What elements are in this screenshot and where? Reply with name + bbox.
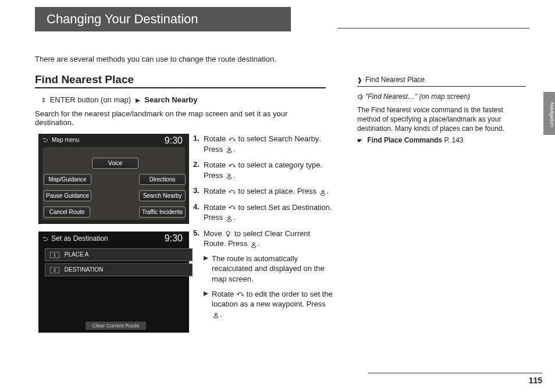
screenshot-set-destination: ⮌ Set as Destination 9:30 1 PLACE A 2 DE…	[38, 231, 189, 333]
step-number: 4.	[193, 202, 204, 223]
intro-text: There are several methods you can use to…	[35, 55, 276, 63]
screenshot-map-menu: ⮌ Map menu 9:30 Voice Map/Guidance Direc…	[38, 134, 189, 224]
sidebar-body: The Find Nearest voice command is the fa…	[357, 105, 526, 134]
step-text: Rotate to select a place. Press .	[204, 186, 329, 197]
screen2-title: Set as Destination	[51, 234, 108, 243]
step-2: 2. Rotate to select a category type. Pre…	[193, 160, 333, 180]
move-icon	[224, 230, 232, 237]
press-icon	[319, 188, 327, 195]
step-number: 3.	[193, 186, 204, 197]
step-number: 5.	[193, 229, 204, 324]
sub-item-2: Rotate to edit the order to set the loca…	[204, 289, 333, 320]
sidebar-link-line: ☛ Find Place Commands P. 143	[357, 136, 526, 144]
screen1-map-area: Voice Map/Guidance Directions Pause Guid…	[42, 147, 185, 220]
step-3: 3. Rotate to select a place. Press .	[193, 186, 333, 197]
row2-label: DESTINATION	[65, 266, 103, 273]
header-rule	[337, 28, 529, 28]
page-header: Changing Your Destination	[35, 7, 291, 31]
page-number: 115	[529, 376, 542, 385]
link-icon: ☛	[357, 137, 364, 144]
screen2-title-bar: ⮌ Set as Destination	[42, 234, 108, 243]
cancel-route-button: Cancel Route	[44, 206, 90, 218]
step-text: Move to select Clear Current Route. Pres…	[204, 229, 333, 324]
entry-sequence: ENTER button (on map) Search Nearby	[40, 95, 197, 104]
sidebar-notes: ❱Find Nearest Place "Find Nearest…" (on …	[357, 76, 526, 144]
svg-point-0	[43, 98, 45, 99]
screen1-title: Map menu	[52, 137, 79, 143]
sidebar-link: Find Place Commands	[367, 136, 442, 144]
enter-icon	[40, 97, 48, 104]
sidebar-rule	[357, 86, 526, 87]
press-icon	[212, 311, 220, 318]
directions-button: Directions	[139, 174, 186, 185]
screen2-clock: 9:30	[165, 233, 183, 244]
search-nearby-button: Search Nearby	[139, 190, 186, 201]
page-bottom-rule	[368, 373, 542, 373]
list-row-2: 2 DESTINATION	[45, 263, 193, 276]
back-icon: ⮌	[42, 137, 48, 143]
svg-point-7	[214, 316, 218, 318]
svg-point-2	[227, 177, 232, 179]
steps-list: 1. Rotate to select Search Nearby. Press…	[193, 134, 333, 330]
arrow-right-icon	[204, 291, 208, 296]
press-icon	[225, 146, 233, 153]
double-arrow-icon: ❱	[357, 77, 364, 83]
sidebar-link-page: P. 143	[444, 136, 463, 144]
row1-label: PLACE A	[65, 251, 89, 258]
screen1-clock: 9:30	[165, 136, 183, 146]
voice-button: Voice	[92, 158, 138, 169]
step-5: 5. Move to select Clear Current Route. P…	[193, 229, 333, 324]
svg-point-1	[227, 151, 232, 153]
traffic-incidents-button: Traffic Incidents	[139, 206, 186, 218]
voice-icon	[357, 94, 364, 100]
back-icon: ⮌	[42, 236, 48, 242]
pause-guidance-button: Pause Guidance	[44, 190, 91, 201]
sidebar-heading: ❱Find Nearest Place	[357, 76, 526, 84]
row1-flag-icon: 1	[50, 252, 59, 258]
arrow-right-icon	[204, 256, 208, 261]
list-row-1: 1 PLACE A	[45, 248, 193, 261]
entry-action: Search Nearby	[144, 95, 197, 104]
page-title: Changing Your Destination	[35, 7, 291, 31]
step-number: 1.	[193, 134, 204, 154]
rotate-icon	[228, 188, 236, 195]
description-text: Search for the nearest place/landmark on…	[35, 109, 308, 127]
section-heading: Find Nearest Place	[35, 73, 326, 88]
step-text: Rotate to select Set as Destination. Pre…	[204, 202, 333, 223]
clear-current-route-button: Clear Current Route	[86, 322, 146, 330]
step-number: 2.	[193, 160, 204, 180]
sidebar-voice-command: "Find Nearest…" (on map screen)	[357, 92, 526, 101]
rotate-icon	[236, 291, 244, 298]
svg-point-5	[226, 231, 230, 235]
press-icon	[225, 172, 233, 179]
side-tab: Navigation	[543, 92, 555, 135]
map-guidance-button: Map/Guidance	[44, 174, 91, 185]
step-text: Rotate to select Search Nearby. Press .	[204, 134, 333, 154]
rotate-icon	[228, 136, 236, 143]
screen1-title-bar: ⮌ Map menu	[42, 137, 79, 143]
row2-flag-icon: 2	[50, 267, 59, 273]
step-4: 4. Rotate to select Set as Destination. …	[193, 202, 333, 223]
arrow-right-icon	[136, 98, 140, 103]
step-1: 1. Rotate to select Search Nearby. Press…	[193, 134, 333, 154]
press-icon	[250, 241, 258, 248]
rotate-icon	[228, 162, 236, 169]
sub-item-1: The route is automatically recalculated …	[204, 254, 333, 284]
press-icon	[225, 215, 233, 222]
step-text: Rotate to select a category type. Press …	[204, 160, 333, 180]
svg-point-6	[251, 245, 256, 248]
svg-point-4	[227, 219, 232, 222]
entry-prefix: ENTER button (on map)	[50, 95, 131, 104]
rotate-icon	[228, 204, 236, 211]
svg-point-3	[321, 193, 325, 195]
